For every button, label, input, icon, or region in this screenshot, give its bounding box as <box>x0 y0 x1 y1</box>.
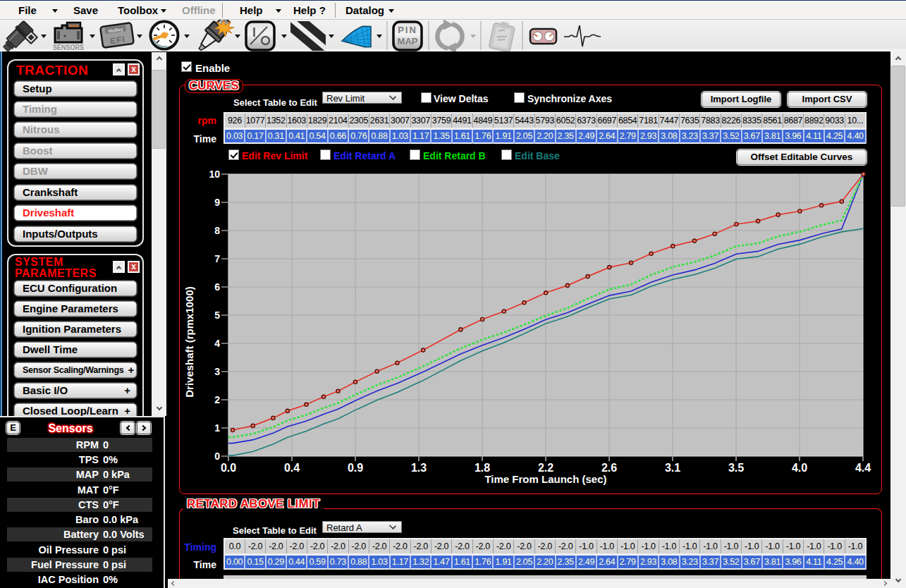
svg-text:1.3: 1.3 <box>411 462 427 474</box>
svg-text:7: 7 <box>214 253 220 264</box>
svg-text:MAP: MAP <box>398 36 418 47</box>
svg-text:3.5: 3.5 <box>728 462 744 474</box>
svg-text:2: 2 <box>214 394 220 405</box>
svg-text:3: 3 <box>214 366 220 377</box>
svg-text:3.1: 3.1 <box>665 462 680 474</box>
svg-text:9: 9 <box>214 197 220 208</box>
svg-text:Driveshaft (rpmx1000): Driveshaft (rpmx1000) <box>183 286 195 398</box>
svg-text:1.8: 1.8 <box>475 462 490 474</box>
svg-text:1: 1 <box>214 422 220 434</box>
svg-text:10: 10 <box>209 169 220 180</box>
svg-text:5: 5 <box>214 310 220 321</box>
svg-text:0: 0 <box>214 451 220 462</box>
svg-text:0.4: 0.4 <box>284 462 300 474</box>
svg-text:2.6: 2.6 <box>601 462 617 474</box>
svg-text:0.0: 0.0 <box>221 462 236 474</box>
svg-text:6: 6 <box>214 281 220 293</box>
svg-text:Time From Launch (sec): Time From Launch (sec) <box>484 473 606 485</box>
svg-text:EFI: EFI <box>109 34 126 46</box>
svg-text:4: 4 <box>214 338 220 349</box>
svg-text:4.0: 4.0 <box>792 462 807 474</box>
svg-text:4.4: 4.4 <box>855 462 871 474</box>
svg-text:SENSORS: SENSORS <box>53 43 84 51</box>
svg-text:0.9: 0.9 <box>348 462 363 474</box>
svg-text:PIN: PIN <box>398 25 417 35</box>
svg-text:8: 8 <box>214 225 220 236</box>
svg-text:2.2: 2.2 <box>538 462 553 474</box>
